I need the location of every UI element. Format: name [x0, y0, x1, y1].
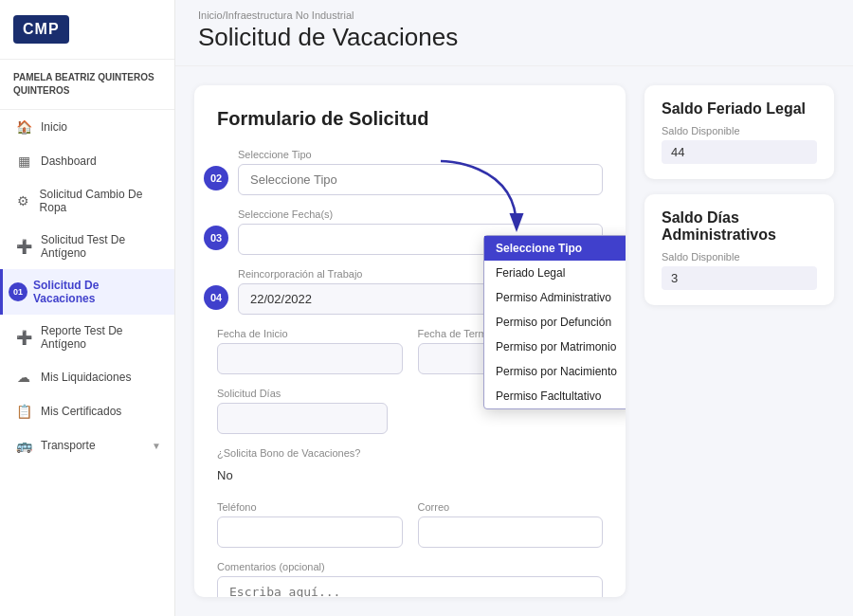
- bono-group: ¿Solicita Bono de Vacaciones? No: [217, 447, 603, 488]
- sidebar-item-dashboard[interactable]: ▦ Dashboard: [0, 144, 174, 178]
- content-area: Formulario de Solicitud 02 Seleccione Ti…: [175, 66, 853, 616]
- bus-icon: 🚌: [16, 438, 31, 453]
- form-title: Formulario de Solicitud: [217, 108, 603, 130]
- home-icon: 🏠: [16, 119, 31, 135]
- sidebar-item-label: Mis Liquidaciones: [41, 371, 131, 384]
- telefono-input[interactable]: [217, 516, 403, 548]
- bono-label: ¿Solicita Bono de Vacaciones?: [217, 447, 603, 459]
- saldo-administrativo-card: Saldo Días Administrativos Saldo Disponi…: [644, 194, 834, 305]
- sidebar-item-label: Solicitud De Vacaciones: [33, 279, 161, 305]
- contact-row: Teléfono Correo: [217, 501, 603, 561]
- sidebar-item-label: Transporte: [41, 439, 96, 452]
- breadcrumb: Inicio/Infraestructura No Industrial: [175, 0, 853, 23]
- sidebar-item-solicitud-antigeno[interactable]: ➕ Solicitud Test De Antígeno: [0, 224, 174, 269]
- step-2-badge: 02: [204, 166, 228, 190]
- saldo-feriado-label: Saldo Disponible: [662, 125, 817, 136]
- form-panel: Formulario de Solicitud 02 Seleccione Ti…: [194, 85, 626, 597]
- sidebar-item-certificados[interactable]: 📋 Mis Certificados: [0, 394, 174, 428]
- dropdown-option-facultativo[interactable]: Permiso Facltultativo: [484, 384, 626, 408]
- correo-group: Correo: [418, 501, 604, 548]
- dropdown-option-matrimonio[interactable]: Permiso por Matrimonio: [484, 335, 626, 359]
- settings-icon: ⚙: [16, 193, 30, 208]
- saldo-admin-label: Saldo Disponible: [662, 251, 817, 263]
- fecha-inicio-group: Fecha de Inicio: [217, 328, 403, 374]
- tipo-group: 02 Seleccione Tipo: [217, 149, 603, 195]
- sidebar-item-label: Solicitud Test De Antígeno: [41, 233, 161, 260]
- sidebar-item-label: Reporte Test De Antígeno: [41, 324, 161, 351]
- tipo-dropdown[interactable]: Seleccione Tipo Feriado Legal Permiso Ad…: [483, 235, 626, 409]
- user-info: PAMELA BEATRIZ QUINTEROS QUINTEROS: [0, 60, 174, 110]
- sidebar-item-label: Solicitud Cambio De Ropa: [40, 188, 161, 214]
- report-icon: ➕: [16, 330, 31, 345]
- saldo-admin-title: Saldo Días Administrativos: [662, 209, 817, 244]
- plus-icon: ➕: [16, 239, 31, 254]
- correo-label: Correo: [418, 501, 604, 513]
- logo: CMP: [13, 15, 69, 44]
- dropdown-header: Seleccione Tipo: [484, 236, 626, 261]
- dropdown-option-defuncion[interactable]: Permiso por Defunción: [484, 310, 626, 335]
- tipo-label: Seleccione Tipo: [238, 149, 603, 160]
- sidebar-item-label: Dashboard: [41, 154, 97, 168]
- telefono-group: Teléfono: [217, 501, 403, 548]
- main-content: Inicio/Infraestructura No Industrial Sol…: [175, 0, 853, 616]
- tipo-input[interactable]: [238, 164, 603, 195]
- logo-area: CMP: [0, 0, 174, 60]
- cert-icon: 📋: [16, 404, 31, 419]
- sidebar-item-label: Inicio: [41, 120, 67, 134]
- dias-input[interactable]: [217, 403, 388, 434]
- telefono-label: Teléfono: [217, 501, 403, 513]
- sidebar-item-label: Mis Certificados: [41, 405, 121, 418]
- comentarios-label: Comentarios (opcional): [217, 561, 603, 572]
- saldo-admin-value: 3: [662, 266, 817, 290]
- saldo-feriado-value: 44: [662, 140, 817, 164]
- sidebar-item-inicio[interactable]: 🏠 Inicio: [0, 110, 174, 144]
- dashboard-icon: ▦: [16, 154, 31, 169]
- correo-input[interactable]: [418, 516, 604, 548]
- bono-value: No: [217, 462, 603, 488]
- sidebar: CMP PAMELA BEATRIZ QUINTEROS QUINTEROS 🏠…: [0, 0, 175, 616]
- step-3-badge: 03: [204, 226, 228, 250]
- right-panel: Saldo Feriado Legal Saldo Disponible 44 …: [644, 85, 834, 597]
- dropdown-option-nacimiento[interactable]: Permiso por Nacimiento: [484, 359, 626, 384]
- step-4-badge: 04: [204, 285, 228, 310]
- sidebar-item-solicitud-vacaciones[interactable]: 01 Solicitud De Vacaciones: [0, 269, 174, 315]
- dropdown-option-administrativo[interactable]: Permiso Administrativo: [484, 285, 626, 310]
- fecha-inicio-label: Fecha de Inicio: [217, 328, 403, 339]
- sidebar-item-liquidaciones[interactable]: ☁ Mis Liquidaciones: [0, 360, 174, 394]
- saldo-feriado-title: Saldo Feriado Legal: [662, 100, 817, 118]
- dropdown-option-feriado[interactable]: Feriado Legal: [484, 261, 626, 285]
- nav-badge: 01: [9, 282, 27, 301]
- sidebar-item-transporte[interactable]: 🚌 Transporte ▼: [0, 428, 174, 462]
- saldo-feriado-card: Saldo Feriado Legal Saldo Disponible 44: [644, 85, 834, 179]
- fecha-label: Seleccione Fecha(s): [238, 208, 603, 220]
- fecha-inicio-input[interactable]: [217, 343, 403, 374]
- sidebar-item-reporte-antigeno[interactable]: ➕ Reporte Test De Antígeno: [0, 315, 174, 360]
- chevron-down-icon: ▼: [152, 441, 161, 451]
- cloud-icon: ☁: [16, 370, 31, 385]
- comentarios-input[interactable]: [217, 576, 603, 597]
- sidebar-item-solicitud-ropa[interactable]: ⚙ Solicitud Cambio De Ropa: [0, 178, 174, 224]
- comentarios-group: Comentarios (opcional): [217, 561, 603, 597]
- page-title: Solicitud de Vacaciones: [175, 23, 853, 66]
